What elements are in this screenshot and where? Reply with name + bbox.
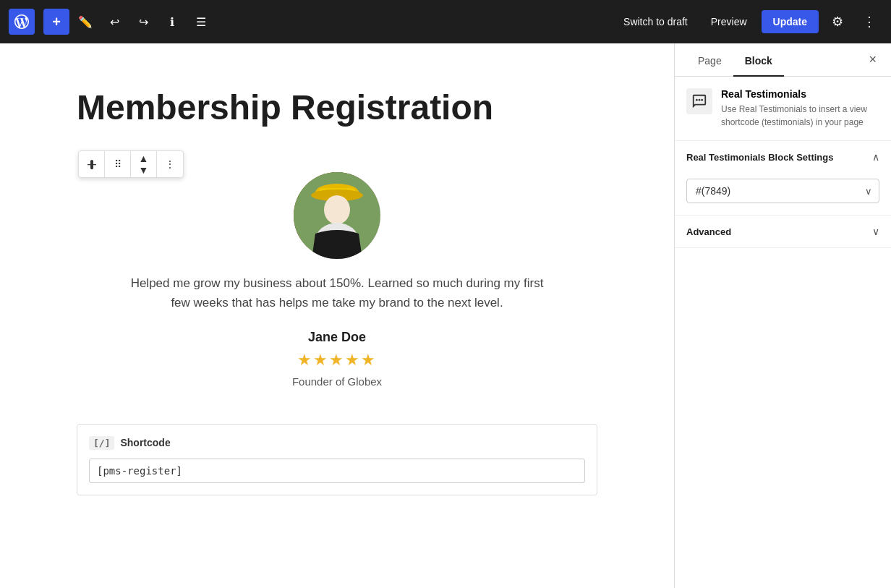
edit-mode-button[interactable]: ✏️	[72, 9, 98, 35]
testimonial-quote: Helped me grow my business about 150%. L…	[127, 273, 547, 312]
preview-button[interactable]: Preview	[702, 12, 756, 32]
main-layout: ⠿ ▲▼ ⋮ Membership Registration	[0, 43, 891, 588]
block-info-icon	[686, 88, 712, 114]
info-button[interactable]: ℹ	[159, 9, 185, 35]
settings-section-advanced: Advanced ∨	[675, 216, 891, 248]
editor-area: ⠿ ▲▼ ⋮ Membership Registration	[0, 43, 674, 588]
settings-button[interactable]: ⚙	[824, 9, 850, 35]
main-toolbar: + ✏️ ↩ ↪ ℹ ☰ Switch to draft Preview Upd…	[0, 0, 891, 43]
testimonial-stars: ★★★★★	[77, 351, 597, 370]
block-type-icon[interactable]	[79, 151, 105, 177]
move-up-button[interactable]: ▲▼	[131, 151, 157, 177]
settings-section-title-testimonials: Real Testimonials Block Settings	[686, 152, 833, 163]
settings-section-chevron-testimonials: ∧	[872, 151, 879, 163]
settings-section-chevron-advanced: ∨	[872, 226, 879, 237]
shortcode-header: [/] Shortcode	[89, 436, 585, 450]
block-info-title: Real Testimonials	[721, 88, 879, 100]
testimonial-role: Founder of Globex	[77, 375, 597, 388]
dropdown-wrapper: #(7849) ∨	[686, 179, 879, 203]
wp-logo[interactable]	[9, 9, 35, 35]
undo-button[interactable]: ↩	[101, 9, 127, 35]
svg-point-4	[324, 195, 350, 224]
block-toolbar: ⠿ ▲▼ ⋮	[78, 150, 184, 178]
shortcode-input[interactable]	[89, 459, 585, 483]
svg-point-7	[699, 99, 701, 101]
block-info-description: Use Real Testimonials to insert a view s…	[721, 103, 879, 129]
page-content: Membership Registration	[77, 87, 597, 495]
testimonial-avatar-image	[294, 172, 380, 259]
testimonials-select[interactable]: #(7849)	[686, 179, 879, 203]
settings-section-header-advanced[interactable]: Advanced ∨	[675, 216, 891, 247]
sidebar-tabs: Page Block ×	[675, 43, 891, 77]
testimonial-avatar	[294, 172, 380, 259]
more-block-options[interactable]: ⋮	[157, 151, 183, 177]
more-options-button[interactable]: ⋮	[856, 9, 882, 35]
settings-section-header-testimonials[interactable]: Real Testimonials Block Settings ∧	[675, 141, 891, 173]
redo-button[interactable]: ↪	[130, 9, 156, 35]
block-info: Real Testimonials Use Real Testimonials …	[675, 77, 891, 141]
testimonial-block: Helped me grow my business about 150%. L…	[77, 158, 597, 402]
tab-block[interactable]: Block	[733, 46, 784, 77]
shortcode-bracket: [/]	[89, 436, 114, 450]
drag-handle[interactable]: ⠿	[105, 151, 131, 177]
settings-section-testimonials: Real Testimonials Block Settings ∧ #(784…	[675, 141, 891, 216]
update-button[interactable]: Update	[762, 10, 819, 33]
close-sidebar-button[interactable]: ×	[866, 43, 879, 76]
right-sidebar: Page Block × Real Testimonials Use Real …	[674, 43, 891, 588]
settings-section-content-testimonials: #(7849) ∨	[675, 173, 891, 215]
tab-page[interactable]: Page	[686, 46, 733, 77]
shortcode-label: Shortcode	[120, 437, 170, 448]
add-block-button[interactable]: +	[43, 9, 69, 35]
switch-to-draft-button[interactable]: Switch to draft	[615, 12, 696, 32]
svg-point-8	[701, 99, 703, 101]
svg-point-6	[696, 99, 698, 101]
settings-section-title-advanced: Advanced	[686, 226, 731, 237]
testimonial-author-name-heading: Jane Doe	[77, 330, 597, 345]
block-info-text: Real Testimonials Use Real Testimonials …	[721, 88, 879, 129]
page-title: Membership Registration	[77, 87, 597, 129]
list-view-button[interactable]: ☰	[188, 9, 214, 35]
shortcode-block: [/] Shortcode	[77, 424, 597, 495]
